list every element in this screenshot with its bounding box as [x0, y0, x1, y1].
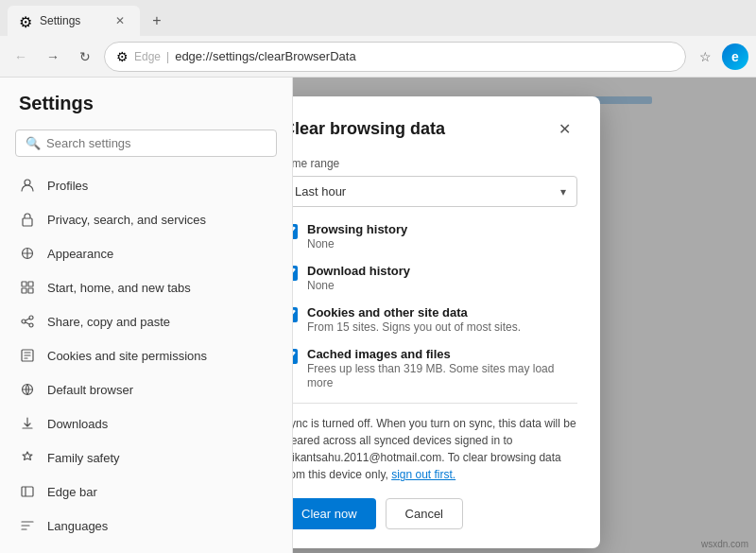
svg-rect-6: [28, 288, 33, 293]
forward-button[interactable]: →: [40, 43, 66, 70]
cancel-button[interactable]: Cancel: [386, 498, 463, 529]
download-history-label: Download history None: [307, 264, 410, 292]
dialog-actions: Clear now Cancel: [293, 498, 577, 529]
page-content: Settings 🔍 Profiles Privacy, search, and…: [0, 78, 756, 553]
time-range-label: Time range: [293, 157, 577, 170]
divider: [293, 403, 577, 404]
dialog-title: Clear browsing data: [293, 119, 445, 139]
address-actions: ☆ e: [692, 43, 748, 70]
cached-checkbox[interactable]: [293, 349, 298, 364]
sidebar-label-cookies: Cookies and site permissions: [47, 349, 207, 363]
back-button[interactable]: ←: [8, 43, 34, 70]
address-url: edge://settings/clearBrowserData: [175, 49, 355, 63]
edge-profile-icon[interactable]: e: [722, 43, 748, 70]
sidebar-label-privacy: Privacy, search, and services: [47, 213, 206, 227]
svg-point-0: [25, 180, 30, 185]
svg-rect-3: [22, 282, 26, 286]
time-range-wrapper: Last hour Last 24 hours Last 7 days Last…: [293, 176, 577, 207]
tab-title: Settings: [40, 14, 106, 27]
address-separator: |: [166, 50, 169, 63]
search-icon: 🔍: [26, 136, 41, 150]
main-content: Clear browsing data ✕ Time range Last ho…: [293, 78, 756, 553]
sidebar-label-profiles: Profiles: [47, 179, 88, 193]
default-browser-icon: [19, 381, 36, 398]
checkbox-cookies: Cookies and other site data From 15 site…: [293, 305, 577, 334]
sidebar-item-profiles[interactable]: Profiles: [0, 168, 292, 202]
tab-favicon: ⚙: [19, 13, 34, 28]
languages-icon: [19, 517, 36, 534]
svg-rect-4: [28, 282, 33, 286]
svg-point-7: [29, 316, 33, 320]
address-favicon: ⚙: [116, 49, 129, 64]
cached-label: Cached images and files Frees up less th…: [307, 347, 577, 389]
sidebar-item-languages[interactable]: Languages: [0, 509, 292, 543]
sidebar-label-family-safety: Family safety: [47, 451, 120, 465]
sidebar-item-default-browser[interactable]: Default browser: [0, 372, 292, 406]
sidebar-item-family-safety[interactable]: Family safety: [0, 441, 292, 475]
sidebar-label-default-browser: Default browser: [47, 383, 133, 397]
checkbox-download-history: Download history None: [293, 264, 577, 292]
profiles-icon: [19, 177, 36, 194]
clear-now-button[interactable]: Clear now: [293, 498, 376, 529]
sidebar-label-downloads: Downloads: [47, 417, 108, 431]
family-safety-icon: [19, 449, 36, 466]
sidebar-item-printers[interactable]: Printers: [0, 543, 292, 553]
time-range-select[interactable]: Last hour Last 24 hours Last 7 days Last…: [293, 176, 577, 207]
sidebar-item-edge-bar[interactable]: Edge bar: [0, 475, 292, 509]
search-input[interactable]: [46, 136, 266, 150]
sidebar-item-start[interactable]: Start, home, and new tabs: [0, 270, 292, 304]
address-field[interactable]: ⚙ Edge | edge://settings/clearBrowserDat…: [104, 42, 686, 72]
share-icon: [19, 313, 36, 330]
search-box[interactable]: 🔍: [15, 130, 277, 157]
sidebar-title: Settings: [0, 93, 292, 130]
downloads-icon: [19, 415, 36, 432]
download-history-checkbox[interactable]: [293, 266, 298, 281]
browser-chrome: ⚙ Settings ✕ + ← → ↻ ⚙ Edge | edge://set…: [0, 0, 756, 78]
privacy-icon: [19, 211, 36, 228]
sidebar-label-start: Start, home, and new tabs: [47, 281, 191, 295]
sidebar-item-share[interactable]: Share, copy and paste: [0, 304, 292, 338]
svg-rect-12: [22, 487, 33, 496]
sidebar-item-privacy[interactable]: Privacy, search, and services: [0, 202, 292, 236]
browsing-history-label: Browsing history None: [307, 222, 407, 251]
dialog-header: Clear browsing data ✕: [293, 115, 577, 142]
tab-close-btn[interactable]: ✕: [112, 12, 129, 29]
sidebar-item-downloads[interactable]: Downloads: [0, 406, 292, 441]
browsing-history-checkbox[interactable]: [293, 224, 298, 239]
svg-point-9: [29, 323, 33, 327]
svg-rect-5: [22, 288, 26, 293]
sidebar: Settings 🔍 Profiles Privacy, search, and…: [0, 78, 293, 553]
refresh-button[interactable]: ↻: [72, 43, 98, 70]
sidebar-label-share: Share, copy and paste: [47, 315, 170, 329]
cookies-label: Cookies and other site data From 15 site…: [307, 305, 521, 334]
sidebar-label-languages: Languages: [47, 519, 108, 533]
favorites-button[interactable]: ☆: [692, 43, 718, 70]
edge-bar-icon: [19, 483, 36, 500]
sidebar-label-appearance: Appearance: [47, 247, 113, 261]
sidebar-item-appearance[interactable]: Appearance: [0, 236, 292, 270]
svg-point-8: [22, 320, 26, 323]
appearance-icon: [19, 245, 36, 262]
sidebar-item-cookies[interactable]: Cookies and site permissions: [0, 338, 292, 372]
tab-bar: ⚙ Settings ✕ +: [0, 0, 756, 36]
svg-rect-1: [23, 218, 32, 226]
start-icon: [19, 279, 36, 296]
cookies-icon: [19, 347, 36, 364]
checkbox-browsing-history: Browsing history None: [293, 222, 577, 251]
new-tab-button[interactable]: +: [144, 8, 170, 34]
active-tab[interactable]: ⚙ Settings ✕: [8, 6, 140, 36]
sign-out-link[interactable]: sign out first.: [391, 468, 455, 481]
sidebar-label-edge-bar: Edge bar: [47, 485, 97, 499]
sync-notice: Sync is turned off. When you turn on syn…: [293, 415, 577, 483]
address-brand: Edge: [134, 50, 161, 63]
checkbox-cached: Cached images and files Frees up less th…: [293, 347, 577, 389]
dialog-close-button[interactable]: ✕: [551, 115, 577, 142]
cookies-checkbox[interactable]: [293, 307, 298, 322]
clear-browsing-data-dialog: Clear browsing data ✕ Time range Last ho…: [293, 96, 600, 548]
address-bar-row: ← → ↻ ⚙ Edge | edge://settings/clearBrow…: [0, 36, 756, 78]
